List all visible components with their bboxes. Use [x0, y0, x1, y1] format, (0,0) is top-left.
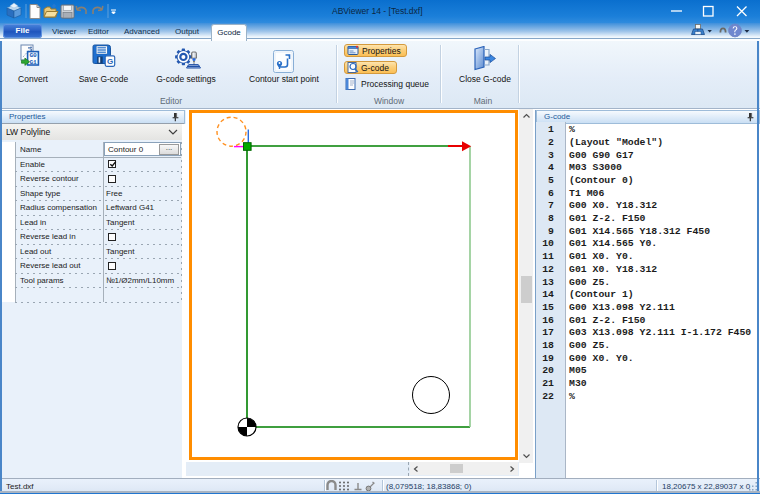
svg-text:G: G	[107, 57, 113, 66]
svg-text:G1: G1	[29, 59, 37, 66]
